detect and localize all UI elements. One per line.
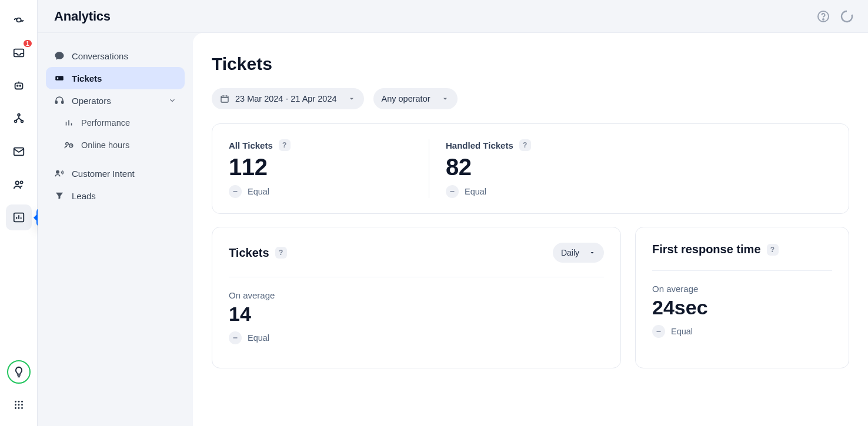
svg-rect-29 [221,96,228,102]
mail-icon [12,145,25,158]
sidebar-item-performance[interactable]: Performance [55,112,185,134]
svg-point-15 [18,404,19,406]
rail-apps[interactable] [6,392,32,418]
inbox-icon [12,46,25,59]
card-title: First response time [652,243,761,256]
avg-label: On average [652,284,832,294]
sidebar: Conversations Tickets Operators Performa… [38,33,193,426]
svg-point-6 [21,120,23,123]
rail-flows[interactable] [6,106,32,132]
svg-point-8 [15,182,19,185]
flow-icon [12,112,25,125]
svg-point-9 [20,181,22,183]
card-row: Tickets ? Daily On average 14 Equal [212,227,849,368]
rail-contacts[interactable] [6,172,32,197]
sidebar-item-leads[interactable]: Leads [46,185,185,207]
sidebar-item-operators[interactable]: Operators [46,89,185,112]
stat-label: All Tickets [229,140,273,150]
trend-equal-icon [652,325,665,338]
knot-icon [12,14,25,26]
granularity-select[interactable]: Daily [553,243,604,263]
ticket-icon [54,73,65,83]
svg-point-11 [15,401,16,402]
funnel-icon [54,190,65,201]
sidebar-label: Customer Intent [72,169,135,179]
rail-mail[interactable] [6,139,32,165]
divider [229,277,604,277]
sidebar-item-customer-intent[interactable]: Customer Intent [46,162,185,185]
svg-point-16 [21,404,23,406]
headset-icon [54,95,65,106]
avg-value: 24sec [652,296,832,319]
caret-down-icon [348,95,356,103]
date-range-picker[interactable]: 23 Mar 2024 - 21 Apr 2024 [212,88,364,109]
svg-point-4 [18,114,20,116]
rail-home[interactable] [6,7,32,33]
chat-bubble-icon [54,51,65,61]
card-first-response: First response time ? On average 24sec E… [635,227,849,368]
stat-all-tickets: All Tickets ? 112 Equal [229,139,429,198]
rail-hints[interactable] [6,359,32,385]
contacts-icon [12,178,25,191]
help-tip[interactable]: ? [767,244,779,256]
divider [652,270,832,271]
stat-value: 82 [446,155,612,179]
operator-filter-label: Any operator [382,94,430,103]
help-tip[interactable]: ? [279,139,291,151]
main-content: Tickets 23 Mar 2024 - 21 Apr 2024 Any op… [193,33,868,426]
sidebar-label: Operators [72,96,111,106]
stat-label: Handled Tickets [446,140,513,150]
sidebar-item-conversations[interactable]: Conversations [46,45,185,67]
bot-icon [12,79,25,92]
help-tip[interactable]: ? [275,247,287,259]
svg-point-17 [15,407,16,409]
card-title: Tickets [229,246,269,260]
svg-rect-25 [62,101,64,104]
svg-point-28 [56,171,59,174]
inbox-badge: 1 [22,39,33,48]
stat-value: 112 [229,155,412,179]
sidebar-label: Tickets [72,73,102,83]
sync-icon [840,9,854,24]
sidebar-item-online-hours[interactable]: Online hours [55,134,185,156]
trend-label: Equal [671,327,693,336]
help-button[interactable] [816,9,830,24]
svg-point-14 [15,404,16,406]
avg-value: 14 [229,303,604,326]
bulb-icon [12,365,25,378]
card-tickets: Tickets ? Daily On average 14 Equal [212,227,621,368]
svg-point-5 [14,120,16,123]
svg-point-13 [21,401,23,402]
avg-label: On average [229,290,604,300]
sidebar-label: Online hours [81,140,129,150]
caret-down-icon [589,249,596,256]
help-tip[interactable]: ? [519,139,531,151]
sync-button[interactable] [840,9,854,24]
trend-label: Equal [248,333,269,343]
rail-bot[interactable] [6,73,32,99]
operator-filter[interactable]: Any operator [373,88,458,109]
trend-equal-icon [229,331,242,344]
calendar-icon [220,94,229,103]
rail-inbox[interactable]: 1 [6,40,32,66]
rail-analytics[interactable]: ANALYTICS [6,204,32,230]
svg-point-2 [16,85,18,86]
trend-label: Equal [465,187,486,196]
svg-rect-23 [57,78,58,79]
header: Analytics [38,0,868,33]
svg-point-18 [18,407,19,409]
sidebar-label: Leads [72,191,96,201]
sidebar-label: Conversations [72,51,128,61]
voice-icon [54,168,65,179]
sidebar-label: Performance [81,118,130,128]
bars-icon [64,118,74,128]
svg-point-12 [18,401,19,402]
help-circle-icon [816,9,830,24]
svg-rect-22 [55,76,64,80]
svg-rect-24 [55,101,57,104]
trend-equal-icon [229,185,242,198]
sidebar-item-tickets[interactable]: Tickets [46,67,185,89]
section-title: Tickets [212,54,849,74]
svg-point-21 [823,19,824,20]
svg-point-26 [66,143,69,146]
